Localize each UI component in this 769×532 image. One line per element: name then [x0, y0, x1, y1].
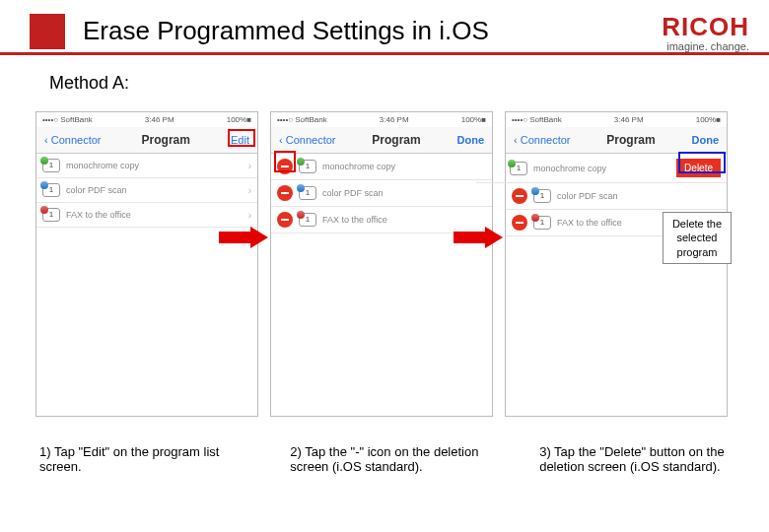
- page-title: Erase Programmed Settings in i.OS: [83, 10, 662, 46]
- arrow-icon: [454, 227, 503, 248]
- back-button[interactable]: ‹ Connector: [44, 134, 101, 146]
- clock: 3:46 PM: [380, 115, 409, 124]
- nav-bar: ‹ Connector Program Edit: [36, 127, 257, 154]
- battery: 100%■: [461, 115, 486, 124]
- screenshot-step-2: ••••○ SoftBank 3:46 PM 100%■ ‹ Connector…: [270, 111, 493, 417]
- program-label: monochrome copy: [322, 162, 486, 171]
- nav-title: Program: [606, 133, 655, 147]
- ios-status-bar: ••••○ SoftBank 3:46 PM 100%■: [506, 112, 727, 127]
- highlight-delete: [678, 152, 726, 173]
- program-badge: 1: [510, 162, 527, 175]
- program-label: color PDF scan: [66, 185, 243, 195]
- list-item[interactable]: 1 color PDF scan: [506, 183, 727, 210]
- arrow-icon: [219, 227, 268, 248]
- program-badge: 1: [299, 186, 316, 200]
- callout-text: Delete the selected program: [672, 218, 722, 258]
- program-label: color PDF scan: [322, 188, 486, 198]
- list-item[interactable]: 1 FAX to the office ›: [36, 203, 257, 228]
- list-item[interactable]: 1 monochrome copy ›: [36, 154, 257, 178]
- back-button[interactable]: ‹ Connector: [514, 134, 570, 146]
- nav-title: Program: [142, 133, 190, 147]
- program-badge: 1: [299, 160, 316, 173]
- brand-block: RICOH imagine. change.: [662, 10, 749, 52]
- chevron-right-icon: ›: [248, 210, 251, 221]
- brand-tagline: imagine. change.: [662, 40, 749, 52]
- battery: 100%■: [227, 115, 251, 124]
- method-label: Method A:: [0, 55, 769, 94]
- program-label: monochrome copy: [66, 161, 243, 170]
- program-badge: 1: [533, 216, 551, 230]
- chevron-right-icon: ›: [248, 185, 251, 196]
- list-item[interactable]: 1 monochrome copy: [271, 154, 492, 180]
- highlight-edit: [228, 129, 255, 147]
- minus-icon[interactable]: [512, 188, 527, 204]
- program-badge: 1: [42, 208, 60, 222]
- program-label: FAX to the office: [322, 215, 486, 225]
- program-badge: 1: [533, 189, 551, 203]
- page-header: Erase Programmed Settings in i.OS RICOH …: [0, 0, 769, 55]
- carrier: ••••○ SoftBank: [277, 115, 327, 124]
- done-button[interactable]: Done: [692, 134, 720, 146]
- ios-status-bar: ••••○ SoftBank 3:46 PM 100%■: [271, 112, 492, 127]
- carrier: ••••○ SoftBank: [512, 115, 562, 124]
- clock: 3:46 PM: [145, 115, 175, 124]
- nav-bar: ‹ Connector Program Done: [506, 127, 727, 154]
- program-badge: 1: [299, 213, 316, 227]
- program-label: monochrome copy: [533, 164, 670, 173]
- list-item[interactable]: 1 color PDF scan: [271, 180, 492, 207]
- caption-1: 1) Tap "Edit" on the program list screen…: [39, 444, 231, 474]
- nav-title: Program: [372, 133, 420, 147]
- caption-3: 3) Tap the "Delete" button on the deleti…: [539, 444, 749, 474]
- ios-status-bar: ••••○ SoftBank 3:46 PM 100%■: [36, 112, 257, 127]
- list-item[interactable]: 1 color PDF scan ›: [36, 178, 257, 203]
- caption-2: 2) Tap the "-" icon on the deletion scre…: [290, 444, 500, 474]
- phone-row: ••••○ SoftBank 3:46 PM 100%■ ‹ Connector…: [0, 94, 769, 417]
- highlight-minus: [274, 151, 296, 172]
- screenshot-step-3: ••••○ SoftBank 3:46 PM 100%■ ‹ Connector…: [505, 111, 728, 417]
- chevron-right-icon: ›: [248, 161, 251, 171]
- back-button[interactable]: ‹ Connector: [279, 134, 335, 146]
- clock: 3:46 PM: [614, 115, 644, 124]
- screenshot-step-1: ••••○ SoftBank 3:46 PM 100%■ ‹ Connector…: [35, 111, 258, 417]
- battery: 100%■: [696, 115, 721, 124]
- brand-square: [30, 14, 65, 49]
- minus-icon[interactable]: [277, 185, 293, 201]
- minus-icon[interactable]: [512, 215, 527, 231]
- program-label: FAX to the office: [66, 210, 243, 220]
- brand-name: RICOH: [662, 12, 749, 42]
- nav-bar: ‹ Connector Program Done: [271, 127, 492, 154]
- callout-box: Delete the selected program: [663, 212, 732, 264]
- program-badge: 1: [42, 183, 60, 197]
- done-button[interactable]: Done: [457, 134, 485, 146]
- program-label: color PDF scan: [557, 191, 721, 201]
- program-badge: 1: [42, 159, 60, 172]
- caption-row: 1) Tap "Edit" on the program list screen…: [0, 417, 769, 474]
- minus-icon[interactable]: [277, 212, 293, 228]
- carrier: ••••○ SoftBank: [42, 115, 93, 124]
